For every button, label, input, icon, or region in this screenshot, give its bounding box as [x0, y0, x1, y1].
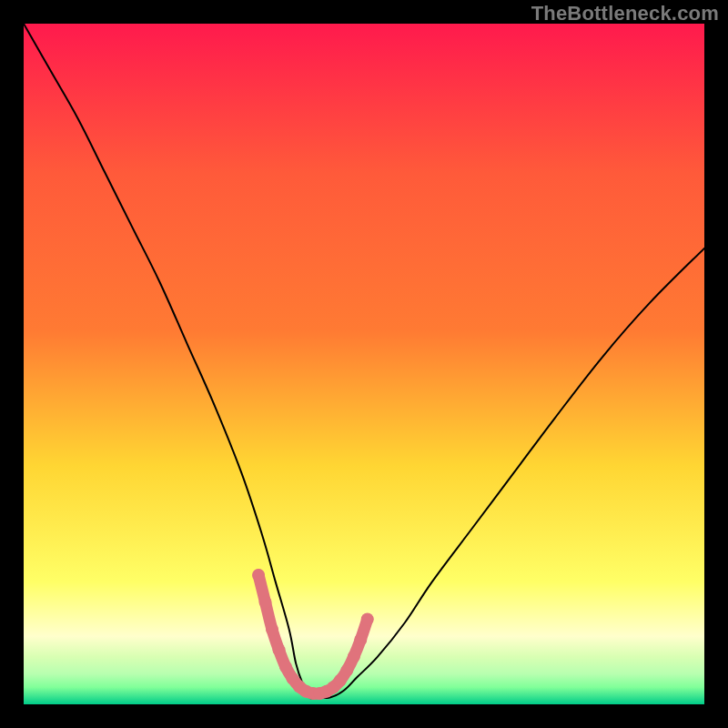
chart-svg: [24, 24, 704, 704]
highlight-dot: [252, 569, 265, 581]
highlight-dot: [266, 623, 278, 636]
watermark-text: TheBottleneck.com: [531, 2, 719, 25]
highlight-dot: [348, 651, 360, 663]
highlight-dot: [279, 661, 292, 673]
gradient-background: [24, 24, 704, 704]
plot-area: [24, 24, 704, 704]
highlight-dot: [354, 633, 367, 646]
highlight-dot: [273, 643, 286, 656]
chart-frame: TheBottleneck.com: [0, 0, 728, 728]
highlight-dot: [361, 613, 374, 626]
highlight-dot: [340, 664, 353, 677]
highlight-dot: [259, 596, 272, 609]
